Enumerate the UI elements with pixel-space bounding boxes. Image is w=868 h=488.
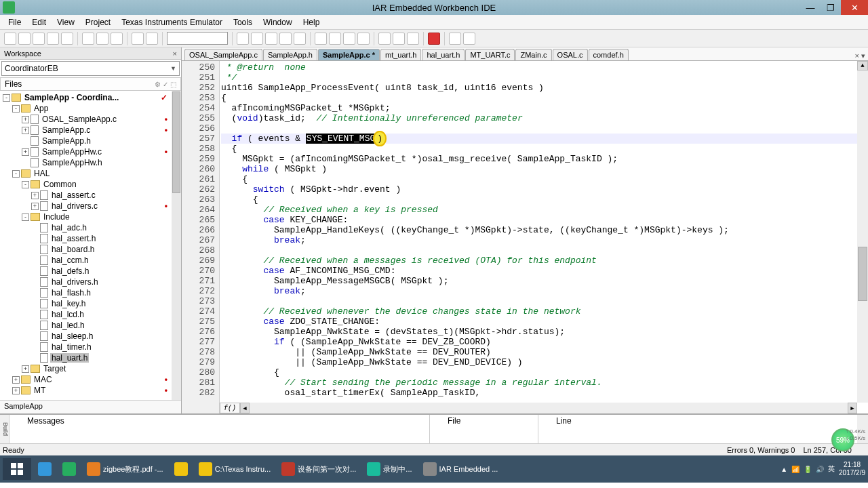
cut-icon[interactable]: [82, 33, 94, 45]
taskbar-item[interactable]: C:\Texas Instru...: [193, 458, 277, 480]
accelerator-widget[interactable]: 59% ↑ 0.4K/s↓ 0.5K/s: [831, 428, 864, 455]
minimize-button[interactable]: —: [800, 0, 821, 15]
expand-icon[interactable]: +: [12, 376, 20, 384]
tree-item[interactable]: +hal_assert.c: [0, 190, 181, 201]
tree-item[interactable]: hal_defs.h: [0, 266, 181, 277]
download-icon[interactable]: [449, 33, 461, 45]
menu-window[interactable]: Window: [258, 16, 298, 28]
expand-icon[interactable]: +: [31, 192, 39, 199]
tree-item[interactable]: -SampleApp - Coordina...✓: [0, 92, 181, 103]
tree-item[interactable]: hal_ccm.h: [0, 255, 181, 266]
volume-icon[interactable]: 🔊: [816, 466, 824, 473]
tree-item[interactable]: -Include: [0, 211, 181, 222]
compile-icon[interactable]: [315, 33, 327, 45]
system-tray[interactable]: ▲ 📶 🔋 🔊 英 21:18 2017/2/9: [781, 461, 865, 477]
debug2-icon[interactable]: [393, 33, 405, 45]
file-tree[interactable]: -SampleApp - Coordina...✓-App+OSAL_Sampl…: [0, 91, 181, 400]
taskbar-item[interactable]: [33, 458, 57, 480]
menu-file[interactable]: File: [3, 16, 26, 28]
tree-item[interactable]: +OSAL_SampleApp.c•: [0, 114, 181, 125]
config-combo[interactable]: CoordinatorEB ▼: [1, 61, 180, 76]
maximize-button[interactable]: ❐: [821, 0, 841, 15]
scroll-right-icon[interactable]: ▶: [848, 403, 857, 413]
editor-tab[interactable]: SampleApp.h: [263, 49, 317, 60]
menu-view[interactable]: View: [52, 16, 80, 28]
expand-icon[interactable]: -: [12, 170, 20, 178]
editor-hscrollbar[interactable]: f() ◀ ▶: [220, 403, 857, 413]
expand-icon[interactable]: +: [12, 387, 20, 394]
editor-tab[interactable]: SampleApp.c *: [318, 49, 380, 60]
tray-up-icon[interactable]: ▲: [781, 466, 787, 473]
record-icon[interactable]: [428, 33, 440, 45]
tree-item[interactable]: hal_drivers.h: [0, 277, 181, 287]
paste-icon[interactable]: [111, 33, 123, 45]
editor-tab[interactable]: ZMain.c: [515, 49, 551, 60]
tree-item[interactable]: +hal_drivers.c•: [0, 201, 181, 211]
expand-icon[interactable]: -: [3, 94, 10, 102]
close-button[interactable]: ✕: [841, 0, 868, 15]
taskbar-item[interactable]: IAR Embedded ...: [418, 458, 504, 480]
workspace-close-icon[interactable]: ×: [173, 49, 177, 58]
find-combo[interactable]: [167, 32, 228, 45]
tree-item[interactable]: +MT•: [0, 385, 181, 396]
debug-icon[interactable]: [378, 33, 391, 45]
clock[interactable]: 21:18 2017/2/9: [839, 461, 865, 477]
ime-indicator[interactable]: 英: [828, 464, 835, 474]
tree-item[interactable]: hal_timer.h: [0, 342, 181, 352]
tabs-close-icon[interactable]: × ▾: [855, 52, 865, 60]
tree-item[interactable]: hal_led.h: [0, 320, 181, 331]
print-icon[interactable]: [61, 33, 73, 45]
saveall-icon[interactable]: [47, 33, 59, 45]
tree-item[interactable]: +SampleAppHw.c•: [0, 146, 181, 157]
tree-item[interactable]: -HAL: [0, 168, 181, 179]
taskbar-item[interactable]: [169, 458, 193, 480]
editor-tab[interactable]: MT_UART.c: [465, 49, 515, 60]
function-nav[interactable]: f(): [220, 403, 240, 413]
tree-item[interactable]: hal_uart.h: [0, 352, 181, 363]
editor-tab[interactable]: comdef.h: [589, 49, 629, 60]
taskbar-item[interactable]: 设备间第一次对...: [276, 458, 361, 480]
editor-tab[interactable]: OSAL.c: [553, 49, 588, 60]
tree-item[interactable]: SampleAppHw.h: [0, 157, 181, 168]
scroll-up-icon[interactable]: ▲: [857, 61, 868, 70]
tree-item[interactable]: -App: [0, 103, 181, 114]
nav-fwd-icon[interactable]: [251, 33, 263, 45]
editor-tab[interactable]: OSAL_SampleApp.c: [184, 49, 262, 60]
taskbar-item[interactable]: 录制中...: [361, 458, 417, 480]
code-area[interactable]: 2502512522532542552562572582592602612622…: [182, 61, 868, 413]
scroll-left-icon[interactable]: ◀: [240, 403, 250, 413]
tree-scrollbar[interactable]: [172, 91, 181, 400]
tree-item[interactable]: hal_lcd.h: [0, 309, 181, 320]
copy-icon[interactable]: [96, 33, 108, 45]
expand-icon[interactable]: +: [31, 203, 39, 210]
start-button[interactable]: [3, 458, 31, 480]
tree-item[interactable]: +MAC•: [0, 374, 181, 385]
redo-icon[interactable]: [146, 33, 158, 45]
bookmark-prev-icon[interactable]: [294, 33, 306, 45]
expand-icon[interactable]: +: [22, 127, 29, 134]
menu-project[interactable]: Project: [80, 16, 116, 28]
download2-icon[interactable]: [463, 33, 475, 45]
tree-item[interactable]: hal_assert.h: [0, 233, 181, 244]
expand-icon[interactable]: +: [22, 116, 29, 123]
tree-item[interactable]: hal_flash.h: [0, 287, 181, 298]
tree-item[interactable]: -Common: [0, 179, 181, 190]
tree-item[interactable]: hal_adc.h: [0, 222, 181, 233]
code-text[interactable]: * @return none */uint16 SampleApp_Proces…: [220, 61, 868, 413]
expand-icon[interactable]: +: [22, 365, 29, 373]
expand-icon[interactable]: -: [22, 214, 29, 221]
editor-tab[interactable]: mt_uart.h: [380, 49, 421, 60]
taskbar-item[interactable]: [57, 458, 81, 480]
toggle-bp-icon[interactable]: [357, 33, 370, 45]
bookmark-next-icon[interactable]: [279, 33, 292, 45]
menu-texas-instruments-emulator[interactable]: Texas Instruments Emulator: [116, 16, 228, 28]
new-icon[interactable]: [4, 33, 16, 45]
editor-tab[interactable]: hal_uart.h: [422, 49, 465, 60]
tree-item[interactable]: +SampleApp.c•: [0, 125, 181, 136]
editor-vscrollbar[interactable]: ▲: [857, 61, 868, 403]
nav-back-icon[interactable]: [237, 33, 249, 45]
tree-item[interactable]: +Target: [0, 363, 181, 374]
make-icon[interactable]: [329, 33, 341, 45]
build-tab[interactable]: Build: [0, 415, 9, 443]
expand-icon[interactable]: -: [22, 181, 29, 188]
